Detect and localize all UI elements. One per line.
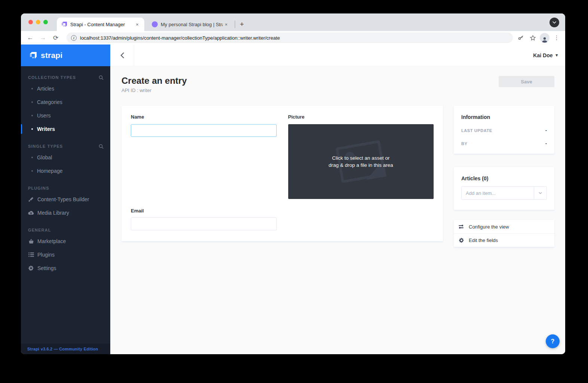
url-text: localhost:1337/admin/plugins/content-man… [80, 35, 280, 41]
tab-title: My personal Strapi blog | Strap [161, 22, 223, 27]
gear-icon [459, 238, 464, 243]
add-article-select[interactable]: Add an item... [461, 186, 547, 200]
sidebar-item-label: Writers [37, 126, 55, 132]
page-subtitle: API ID : writer [121, 88, 187, 93]
strapi-logo[interactable]: strapi [21, 45, 110, 66]
info-label: BY [461, 141, 467, 146]
picture-field-label: Picture [288, 114, 434, 120]
sidebar-item-label: Global [37, 154, 52, 160]
sidebar-item-label: Categories [37, 99, 62, 105]
sidebar-item-label: Articles [37, 86, 54, 92]
search-icon[interactable] [99, 75, 104, 80]
new-tab-button[interactable]: + [237, 19, 247, 30]
close-tab-icon[interactable]: × [223, 21, 230, 28]
section-collection-types: COLLECTION TYPES Articles Categor [21, 74, 110, 136]
sidebar-item-label: Marketplace [37, 238, 66, 244]
information-title: Information [461, 114, 547, 120]
bullet-icon [31, 115, 33, 116]
bullet-icon [31, 101, 33, 103]
strapi-sidebar: strapi COLLECTION TYPES Articles [21, 45, 110, 354]
info-label: LAST UPDATE [461, 128, 492, 133]
sidebar-item-content-types-builder[interactable]: Content-Types Builder [21, 193, 110, 206]
sidebar-item-media-library[interactable]: Media Library [21, 206, 110, 220]
password-key-icon[interactable] [516, 33, 526, 43]
back-button[interactable]: ← [25, 33, 35, 43]
browser-menu-icon[interactable]: ⋮ [552, 33, 561, 43]
sidebar-item-settings[interactable]: Settings [21, 261, 110, 275]
search-icon[interactable] [99, 144, 104, 149]
link-label: Edit the fields [469, 238, 498, 243]
site-info-icon[interactable]: i [71, 35, 77, 41]
bullet-icon [31, 170, 33, 172]
chevron-down-icon: ▾ [555, 53, 558, 58]
sidebar-nav: COLLECTION TYPES Articles Categor [21, 66, 110, 344]
picture-dropzone[interactable]: Click to select an asset or drag & drop … [288, 124, 434, 199]
bullet-icon [31, 157, 33, 158]
basket-icon [28, 239, 34, 244]
profile-avatar[interactable] [540, 33, 549, 43]
strapi-wordmark: strapi [41, 51, 62, 60]
reload-button[interactable]: ⟳ [51, 33, 61, 43]
side-panel: Information LAST UPDATE - BY - Arti [454, 106, 554, 247]
browser-window: Strapi - Content Manager × My personal S… [21, 13, 565, 354]
sidebar-item-writers[interactable]: Writers [21, 122, 110, 136]
tab-strip: Strapi - Content Manager × My personal S… [21, 13, 565, 31]
help-button[interactable]: ? [546, 334, 560, 348]
name-input[interactable] [131, 124, 277, 137]
list-icon [28, 252, 34, 257]
user-name: Kai Doe [533, 52, 552, 58]
sidebar-item-users[interactable]: Users [21, 109, 110, 122]
tab-title: Strapi - Content Manager [70, 22, 134, 27]
bullet-icon [31, 128, 33, 130]
select-placeholder: Add an item... [462, 187, 534, 199]
address-bar[interactable]: i localhost:1337/admin/plugins/content-m… [67, 33, 513, 43]
chevron-down-icon [552, 21, 556, 24]
close-window-button[interactable] [28, 20, 33, 24]
sidebar-footer: Strapi v3.6.2 — Community Edition [21, 344, 110, 354]
back-nav-button[interactable] [110, 45, 134, 66]
email-input[interactable] [131, 217, 277, 230]
tab-strapi-content-manager[interactable]: Strapi - Content Manager × [57, 18, 144, 31]
dropzone-text: Click to select an asset or drag & drop … [329, 154, 393, 169]
sidebar-item-categories[interactable]: Categories [21, 95, 110, 109]
edit-fields-link[interactable]: Edit the fields [454, 233, 554, 247]
sidebar-item-label: Homepage [37, 168, 63, 174]
bookmark-star-icon[interactable] [528, 33, 538, 43]
chevron-left-icon [120, 52, 124, 58]
section-title: COLLECTION TYPES [28, 75, 76, 80]
save-button[interactable]: Save [499, 76, 554, 87]
gear-icon [28, 266, 34, 271]
section-general: GENERAL Marketplace [21, 226, 110, 275]
sidebar-item-articles[interactable]: Articles [21, 82, 110, 95]
window-controls [28, 20, 48, 24]
chevron-down-icon[interactable] [534, 187, 547, 199]
version-link[interactable]: Strapi v3.6.2 — Community Edition [27, 347, 98, 351]
sidebar-item-label: Settings [37, 265, 56, 271]
sidebar-item-marketplace[interactable]: Marketplace [21, 235, 110, 248]
sidebar-item-label: Media Library [37, 210, 69, 216]
forward-button[interactable]: → [38, 33, 48, 43]
name-field-label: Name [131, 114, 277, 120]
entry-form-card: Name Email Picture [121, 106, 443, 241]
sidebar-item-plugins[interactable]: Plugins [21, 248, 110, 261]
info-value: - [545, 128, 547, 133]
zoom-window-button[interactable] [43, 20, 48, 24]
info-row-by: BY - [461, 141, 547, 146]
user-menu[interactable]: Kai Doe ▾ [533, 52, 558, 58]
sidebar-item-homepage[interactable]: Homepage [21, 164, 110, 178]
articles-title: Articles (0) [461, 175, 547, 181]
configure-view-link[interactable]: Configure the view [454, 220, 554, 233]
close-tab-icon[interactable]: × [134, 21, 141, 28]
tab-strapi-blog[interactable]: My personal Strapi blog | Strap × [147, 18, 233, 31]
strapi-favicon-icon [61, 21, 67, 27]
tab-search-button[interactable] [549, 18, 559, 27]
minimize-window-button[interactable] [36, 20, 40, 24]
app-header: Kai Doe ▾ [110, 45, 565, 66]
sidebar-item-global[interactable]: Global [21, 151, 110, 164]
cloud-upload-icon [28, 211, 34, 215]
email-field-label: Email [131, 208, 277, 214]
tab-divider [235, 21, 235, 28]
info-value: - [545, 141, 547, 146]
page-content: Create an entry API ID : writer Save Nam… [110, 66, 565, 354]
section-title: SINGLE TYPES [28, 144, 63, 148]
